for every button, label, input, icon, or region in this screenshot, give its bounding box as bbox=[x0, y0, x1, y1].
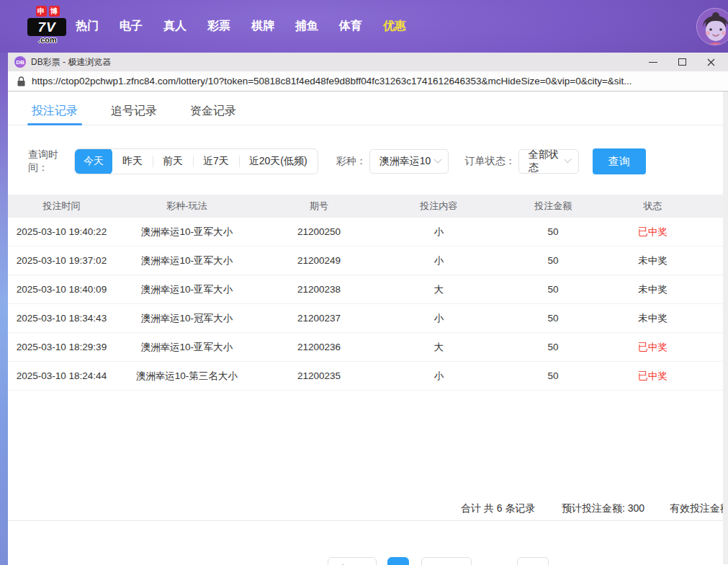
avatar-illustration bbox=[697, 9, 728, 45]
issue-cell: 21200250 bbox=[259, 226, 380, 237]
lottery-type-select[interactable]: 澳洲幸运10 bbox=[369, 149, 449, 174]
logo-suffix-text: .com bbox=[27, 36, 68, 44]
table-row: 2025-03-10 18:29:39 澳洲幸运10-亚军大小 21200236… bbox=[8, 333, 723, 362]
table-row: 2025-03-10 18:40:09 澳洲幸运10-亚军大小 21200238… bbox=[8, 275, 723, 304]
pagination-jump-input[interactable] bbox=[517, 557, 549, 565]
status-cell: 未中奖 bbox=[608, 254, 723, 267]
tab-fund-records[interactable]: 资金记录 bbox=[190, 104, 236, 119]
game-play-cell: 澳洲幸运10-冠军大小 bbox=[115, 312, 259, 325]
header-game-play: 彩种-玩法 bbox=[115, 200, 259, 213]
nav-item-fishing[interactable]: 捕鱼 bbox=[295, 19, 319, 34]
top-navbar: 申 博 7V .com 热门 电子 真人 彩票 棋牌 捕鱼 体育 优惠 bbox=[0, 0, 728, 53]
search-button[interactable]: 查询 bbox=[593, 148, 646, 174]
user-avatar[interactable] bbox=[696, 8, 728, 45]
bet-amount-cell: 50 bbox=[498, 255, 608, 266]
summary-valid-amount: 有效投注金额 bbox=[670, 502, 728, 515]
logo-main-text: 7V bbox=[27, 18, 66, 36]
page-content: 投注记录 追号记录 资金记录 查询时间： 今天 昨天 前天 近7天 近20天(低… bbox=[8, 92, 728, 564]
active-tab-underline bbox=[27, 123, 82, 125]
bet-amount-cell: 50 bbox=[498, 342, 608, 352]
bet-time-cell: 2025-03-10 19:37:02 bbox=[8, 255, 115, 266]
status-cell: 未中奖 bbox=[608, 283, 723, 296]
time-option-yesterday[interactable]: 昨天 bbox=[112, 148, 153, 174]
issue-cell: 21200249 bbox=[259, 255, 380, 266]
issue-cell: 21200235 bbox=[259, 370, 380, 381]
tab-chase-records[interactable]: 追号记录 bbox=[111, 104, 157, 119]
lottery-type-label: 彩种： bbox=[336, 155, 367, 168]
bet-content-cell: 大 bbox=[379, 283, 498, 296]
status-cell: 已中奖 bbox=[608, 341, 723, 354]
game-play-cell: 澳洲幸运10-第三名大小 bbox=[115, 370, 259, 383]
header-bet-time: 投注时间 bbox=[8, 200, 115, 213]
site-logo[interactable]: 申 博 7V .com bbox=[27, 6, 68, 44]
game-play-cell: 澳洲幸运10-亚军大小 bbox=[115, 254, 259, 267]
nav-item-promo[interactable]: 优惠 bbox=[382, 19, 407, 34]
order-status-select[interactable]: 全部状态 bbox=[518, 149, 579, 174]
record-tabs: 投注记录 追号记录 资金记录 bbox=[8, 99, 723, 125]
table-row: 2025-03-10 18:34:43 澳洲幸运10-冠军大小 21200237… bbox=[8, 304, 723, 333]
time-option-day-before[interactable]: 前天 bbox=[153, 148, 193, 174]
game-play-cell: 澳洲幸运10-亚军大小 bbox=[115, 283, 259, 296]
maximize-icon bbox=[678, 58, 686, 66]
time-option-7days[interactable]: 近7天 bbox=[193, 148, 239, 174]
vertical-scrollbar[interactable] bbox=[723, 92, 728, 564]
bet-content-cell: 小 bbox=[379, 312, 498, 325]
status-cell: 未中奖 bbox=[608, 312, 723, 325]
time-option-20days[interactable]: 近20天(低频) bbox=[239, 148, 318, 174]
maximize-button[interactable] bbox=[668, 53, 696, 71]
window-controls bbox=[639, 53, 725, 71]
header-issue: 期号 bbox=[259, 200, 380, 213]
window-title: DB彩票 - 极速浏览器 bbox=[31, 56, 111, 68]
nav-item-sports[interactable]: 体育 bbox=[338, 19, 363, 34]
page: 申 博 7V .com 热门 电子 真人 彩票 棋牌 捕鱼 体育 优惠 bbox=[0, 0, 728, 565]
bet-content-cell: 小 bbox=[379, 254, 498, 267]
nav-item-hot[interactable]: 热门 bbox=[75, 19, 99, 34]
query-time-label: 查询时间： bbox=[28, 148, 74, 174]
tab-bet-records[interactable]: 投注记录 bbox=[32, 104, 78, 119]
header-bet-amount: 投注金额 bbox=[498, 200, 608, 213]
close-button[interactable] bbox=[696, 53, 725, 71]
bet-content-cell: 大 bbox=[379, 341, 498, 354]
game-play-cell: 澳洲幸运10-亚军大小 bbox=[115, 226, 259, 239]
top-nav-items: 热门 电子 真人 彩票 棋牌 捕鱼 体育 优惠 bbox=[75, 0, 407, 53]
lottery-type-value: 澳洲幸运10 bbox=[379, 155, 431, 168]
window-titlebar[interactable]: DB DB彩票 - 极速浏览器 bbox=[8, 53, 728, 71]
url-text: https://ctop02pchwp1.zfnc84.com/lottery/… bbox=[32, 76, 632, 86]
pagination-next-button[interactable]: 下一页 bbox=[421, 557, 472, 565]
issue-cell: 21200236 bbox=[259, 342, 380, 352]
address-bar[interactable]: https://ctop02pchwp1.zfnc84.com/lottery/… bbox=[8, 71, 728, 92]
time-option-today[interactable]: 今天 bbox=[75, 148, 112, 174]
summary-total-records: 合计 共 6 条记录 bbox=[461, 502, 535, 515]
chevron-down-icon bbox=[433, 156, 441, 164]
filter-row: 查询时间： 今天 昨天 前天 近7天 近20天(低频) 彩种： 澳洲幸运10 订… bbox=[28, 148, 646, 175]
table-row: 2025-03-10 19:40:22 澳洲幸运10-亚军大小 21200250… bbox=[8, 218, 723, 246]
nav-item-slots[interactable]: 电子 bbox=[119, 19, 143, 34]
nav-item-lottery[interactable]: 彩票 bbox=[207, 19, 231, 34]
minimize-button[interactable] bbox=[639, 53, 668, 71]
status-cell: 已中奖 bbox=[608, 370, 723, 383]
bet-time-cell: 2025-03-10 18:29:39 bbox=[8, 342, 115, 352]
logo-badges: 申 博 bbox=[27, 6, 68, 17]
bet-amount-cell: 50 bbox=[498, 313, 608, 324]
order-status-value: 全部状态 bbox=[529, 148, 566, 174]
logo-badge-1: 申 bbox=[36, 6, 47, 17]
header-status: 状态 bbox=[608, 200, 723, 213]
pagination-current-page[interactable]: 1 bbox=[387, 557, 409, 565]
lock-icon bbox=[17, 76, 25, 86]
bet-time-cell: 2025-03-10 18:40:09 bbox=[8, 284, 115, 295]
table-header: 投注时间 彩种-玩法 期号 投注内容 投注金额 状态 bbox=[8, 195, 723, 218]
bet-time-cell: 2025-03-10 18:34:43 bbox=[8, 313, 115, 324]
close-icon bbox=[707, 58, 715, 66]
browser-window: DB DB彩票 - 极速浏览器 https://ctop02pchwp1.zfn… bbox=[8, 53, 728, 565]
nav-item-live[interactable]: 真人 bbox=[163, 19, 187, 34]
bet-records-table: 投注时间 彩种-玩法 期号 投注内容 投注金额 状态 2025-03-10 19… bbox=[8, 195, 723, 391]
bet-amount-cell: 50 bbox=[498, 370, 608, 381]
bet-time-cell: 2025-03-10 18:24:44 bbox=[8, 370, 115, 381]
issue-cell: 21200238 bbox=[259, 284, 380, 295]
nav-item-chess[interactable]: 棋牌 bbox=[251, 19, 275, 34]
pagination-prev-button[interactable]: 上一页 bbox=[328, 557, 377, 565]
bet-time-cell: 2025-03-10 19:40:22 bbox=[8, 226, 115, 237]
game-play-cell: 澳洲幸运10-亚军大小 bbox=[115, 341, 259, 354]
logo-badge-2: 博 bbox=[49, 6, 60, 17]
issue-cell: 21200237 bbox=[259, 313, 380, 324]
